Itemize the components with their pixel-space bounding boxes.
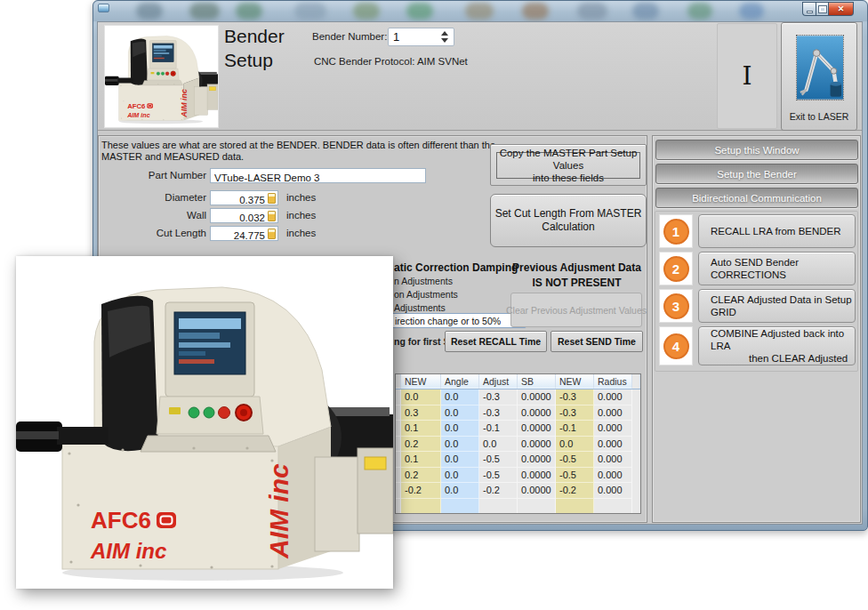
bidirectional-communication-button[interactable]: Bidirectional Communication bbox=[655, 188, 858, 208]
grid-cell[interactable]: 0.0 bbox=[556, 437, 594, 453]
previous-adjustment-header: Previous Adjusment Data bbox=[511, 261, 642, 274]
grid-cell[interactable]: -0.1 bbox=[556, 421, 594, 437]
recall-lra-button[interactable]: RECALL LRA from BENDER bbox=[698, 214, 856, 248]
grid-column-header[interactable]: Angle bbox=[441, 374, 479, 389]
maximize-icon bbox=[819, 6, 826, 12]
reset-recall-time-button[interactable]: Reset RECALL Time bbox=[445, 331, 547, 352]
grid-cell[interactable]: 0.1 bbox=[401, 421, 441, 437]
wall-field[interactable] bbox=[210, 208, 278, 223]
exit-button-label: Exit to LASER bbox=[782, 111, 856, 122]
grid-cell[interactable]: 0.2 bbox=[401, 437, 441, 453]
grid-cell[interactable]: 0.1 bbox=[401, 452, 441, 468]
grid-cell[interactable]: 0.000 bbox=[594, 389, 632, 405]
grid-cell[interactable]: -0.5 bbox=[556, 452, 594, 468]
step-number: 4 bbox=[663, 333, 689, 359]
spinner-arrows[interactable] bbox=[440, 30, 449, 44]
diameter-unit-label: inches bbox=[286, 192, 316, 203]
grid-cell[interactable] bbox=[594, 499, 632, 515]
grid-cell[interactable]: 0.000 bbox=[594, 405, 632, 421]
grid-cell[interactable]: 0.0 bbox=[441, 483, 479, 499]
minimize-button[interactable] bbox=[802, 2, 816, 16]
grid-cell[interactable]: -0.1 bbox=[479, 421, 518, 437]
calculator-icon[interactable] bbox=[268, 229, 276, 239]
grid-cell[interactable] bbox=[479, 499, 518, 515]
table-row: 0.2 0.0 0.0 0.0000 0.0 0.000 bbox=[396, 437, 640, 453]
grid-cell[interactable] bbox=[556, 499, 594, 515]
setup-the-bender-button[interactable]: Setup the Bender bbox=[655, 164, 858, 184]
bender-number-spinner[interactable] bbox=[388, 28, 454, 46]
grid-cell[interactable]: 0.0000 bbox=[518, 452, 556, 468]
grid-cell[interactable]: 0.0 bbox=[479, 437, 518, 453]
grid-cell[interactable]: -0.5 bbox=[556, 468, 594, 484]
grid-cell[interactable] bbox=[401, 499, 441, 515]
grid-cell[interactable]: 0.000 bbox=[594, 468, 632, 484]
grid-cell[interactable]: -0.3 bbox=[556, 405, 594, 421]
grid-column-header[interactable]: NEW Rot bbox=[401, 374, 441, 389]
grid-cell[interactable]: 0.0 bbox=[441, 468, 479, 484]
reset-send-time-button[interactable]: Reset SEND Time bbox=[551, 331, 643, 352]
grid-column-header[interactable]: Adjust bbox=[479, 374, 518, 389]
step-1-badge: 1 bbox=[659, 214, 693, 248]
intro-text-line1: These values are what are stored at the … bbox=[101, 140, 495, 150]
grid-cell[interactable]: 0.0000 bbox=[518, 468, 556, 484]
close-button[interactable]: ✕ bbox=[829, 2, 854, 16]
calculator-icon[interactable] bbox=[268, 193, 276, 204]
spin-down-icon[interactable] bbox=[441, 38, 448, 43]
grid-cell[interactable]: -0.3 bbox=[479, 389, 518, 405]
grid-cell[interactable]: 0.0000 bbox=[518, 483, 556, 499]
maximize-button[interactable] bbox=[816, 2, 829, 16]
grid-cell[interactable]: 0.0 bbox=[401, 389, 441, 405]
grid-cell[interactable]: -0.5 bbox=[479, 452, 518, 468]
minimize-icon bbox=[807, 11, 813, 13]
grid-cell[interactable]: -0.3 bbox=[479, 405, 518, 421]
table-row: 0.1 0.0 -0.5 0.0000 -0.5 0.000 bbox=[396, 452, 640, 468]
grid-cell[interactable]: 0.0000 bbox=[518, 437, 556, 453]
grid-cell[interactable]: 0.0 bbox=[441, 452, 479, 468]
grid-cell[interactable]: -0.5 bbox=[479, 468, 518, 484]
auto-send-corrections-button[interactable]: Auto SEND Bender CORRECTIONS bbox=[698, 252, 856, 285]
grid-column-header[interactable]: SB Adjust bbox=[518, 374, 556, 389]
grid-cell[interactable]: 0.0000 bbox=[518, 405, 556, 421]
window-titlebar[interactable] bbox=[93, 1, 867, 21]
set-cut-length-button[interactable]: Set Cut Length From MASTER Calculation bbox=[490, 194, 647, 247]
grid-cell[interactable]: -0.3 bbox=[556, 389, 594, 405]
grid-cell[interactable]: 0.000 bbox=[594, 421, 632, 437]
grid-cell[interactable]: 0.000 bbox=[594, 483, 632, 499]
grid-cell[interactable]: -0.2 bbox=[401, 483, 441, 499]
grid-cell[interactable]: 0.000 bbox=[594, 452, 632, 468]
clear-adjusted-data-button[interactable]: CLEAR Adjusted Data in Setup GRID bbox=[698, 289, 856, 323]
grid-cell[interactable]: -0.2 bbox=[479, 483, 518, 499]
damping-option-2: on Adjustments bbox=[394, 289, 458, 300]
grid-cell[interactable]: 0.0000 bbox=[518, 389, 556, 405]
combine-adjusted-button[interactable]: COMBINE Adjusted back into LRA then CLEA… bbox=[698, 326, 856, 365]
grid-cell[interactable] bbox=[518, 499, 556, 515]
exit-to-laser-button[interactable]: Exit to LASER bbox=[781, 22, 857, 131]
grid-column-header[interactable]: Radius bbox=[594, 374, 632, 389]
titlebar-glass-blob bbox=[465, 3, 494, 20]
calculator-icon[interactable] bbox=[268, 211, 276, 221]
grid-cell[interactable]: 0.3 bbox=[401, 405, 441, 421]
part-number-field[interactable] bbox=[210, 168, 426, 183]
diameter-label: Diameter bbox=[53, 192, 206, 203]
copy-master-button[interactable]: Copy the MASTER Part Setup Values into t… bbox=[490, 144, 647, 186]
bender-number-input[interactable] bbox=[389, 28, 440, 45]
text-cursor-panel[interactable]: I bbox=[717, 23, 777, 129]
grid-cell[interactable]: 0.0 bbox=[441, 421, 479, 437]
diameter-field[interactable] bbox=[210, 190, 278, 205]
grid-cell[interactable]: 0.0000 bbox=[518, 421, 556, 437]
grid-cell[interactable]: 0.0 bbox=[441, 405, 479, 421]
part-number-input[interactable] bbox=[211, 172, 425, 185]
setup-this-window-button[interactable]: Setup this Window bbox=[655, 140, 858, 160]
grid-cell[interactable]: 0.0 bbox=[441, 437, 479, 453]
clear-previous-adjustment-button[interactable]: Clear Previous Adjustment Values bbox=[510, 293, 642, 327]
grid-cell[interactable]: 0.0 bbox=[441, 389, 479, 405]
grid-cell[interactable] bbox=[441, 499, 479, 515]
grid-cell[interactable]: 0.000 bbox=[594, 437, 632, 453]
damping-dropdown[interactable]: irection change or to 50% ▼ bbox=[390, 313, 526, 328]
grid-cell[interactable]: -0.2 bbox=[556, 483, 594, 499]
spin-up-icon[interactable] bbox=[441, 31, 448, 36]
grid-column-header[interactable]: NEW Ang bbox=[556, 374, 594, 389]
table-row: 0.1 0.0 -0.1 0.0000 -0.1 0.000 bbox=[396, 421, 640, 437]
cut-length-field[interactable] bbox=[210, 226, 278, 241]
grid-cell[interactable]: 0.2 bbox=[401, 468, 441, 484]
